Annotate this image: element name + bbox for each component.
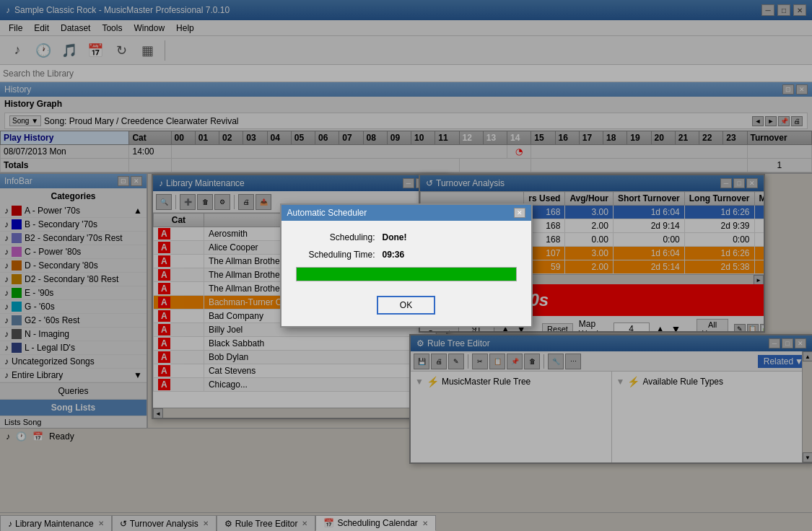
- ok-button[interactable]: OK: [377, 296, 435, 315]
- scheduler-dialog: Automatic Scheduler ✕ Scheduling: Done! …: [280, 203, 533, 328]
- time-row: Scheduling Time: 09:36: [296, 250, 517, 260]
- time-value: 09:36: [383, 250, 405, 260]
- progress-bar-container: [296, 267, 517, 281]
- scheduling-value: Done!: [383, 232, 407, 242]
- progress-bar-fill: [297, 268, 516, 281]
- dialog-body: Scheduling: Done! Scheduling Time: 09:36…: [281, 221, 531, 326]
- modal-overlay: Automatic Scheduler ✕ Scheduling: Done! …: [0, 0, 812, 531]
- scheduling-row: Scheduling: Done!: [296, 232, 517, 242]
- time-label: Scheduling Time:: [296, 250, 383, 260]
- dialog-title-text: Automatic Scheduler: [287, 208, 367, 218]
- scheduling-label: Scheduling:: [296, 232, 383, 242]
- dialog-close-btn[interactable]: ✕: [514, 208, 525, 218]
- dialog-title: Automatic Scheduler ✕: [281, 205, 531, 221]
